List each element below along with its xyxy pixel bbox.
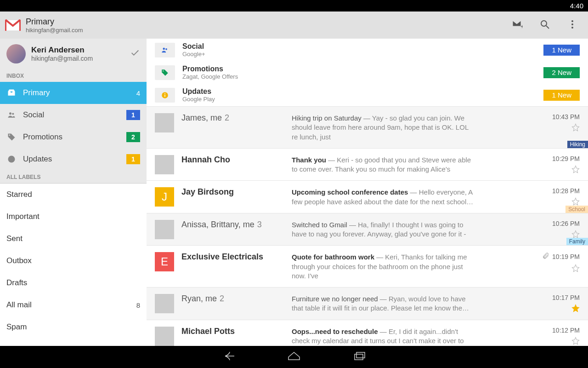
sender-avatar[interactable] — [155, 220, 174, 239]
star-icon[interactable] — [571, 230, 580, 238]
category-promotions[interactable]: PromotionsZagat, Google Offers 2 New — [147, 61, 588, 84]
message-snippet: Oops...need to reschedule — Er, I did it… — [292, 327, 475, 346]
message-time: 10:28 PM — [552, 187, 580, 195]
message-row[interactable]: EExclusive ElectricalsQuote for bathroom… — [147, 245, 588, 287]
label-important[interactable]: Important — [0, 206, 147, 228]
star-icon[interactable] — [571, 197, 580, 206]
sender-avatar[interactable] — [155, 113, 174, 132]
message-time: 10:26 PM — [552, 220, 580, 227]
message-snippet: Hiking trip on Saturday — Yay - so glad … — [292, 114, 475, 142]
label-drafts[interactable]: Drafts — [0, 272, 147, 294]
nav-promotions[interactable]: Promotions 2 — [0, 126, 147, 148]
message-time: 10:43 PM — [552, 113, 580, 121]
label-outbox[interactable]: Outbox — [0, 250, 147, 272]
people-icon — [6, 110, 17, 120]
account-email: hikingfan@gmail.com — [31, 55, 124, 62]
svg-rect-15 — [164, 94, 165, 97]
message-time: 10:17 PM — [552, 294, 580, 301]
gmail-logo-icon[interactable] — [4, 16, 22, 34]
star-icon[interactable] — [571, 264, 580, 272]
message-from: Jay Birdsong — [181, 187, 292, 197]
message-snippet: Quote for bathroom work — Keri, Thanks f… — [292, 253, 475, 281]
message-from: Ryan, me2 — [181, 294, 292, 304]
all-labels-header: ALL LABELS — [0, 170, 147, 183]
tag-icon — [6, 132, 17, 142]
message-from: James, me2 — [181, 113, 292, 123]
message-pane: SocialGoogle+ 1 New PromotionsZagat, Goo… — [147, 39, 588, 346]
message-snippet: Furniture we no longer need — Ryan, woul… — [292, 294, 475, 313]
svg-point-8 — [12, 113, 14, 115]
category-social[interactable]: SocialGoogle+ 1 New — [147, 39, 588, 61]
message-snippet: Upcoming school conference dates — Hello… — [292, 188, 475, 207]
sidebar: Keri Andersen hikingfan@gmail.com INBOX … — [0, 39, 147, 346]
account-name: Keri Andersen — [31, 46, 124, 55]
star-icon[interactable] — [571, 123, 580, 132]
inbox-section-header: INBOX — [0, 69, 147, 82]
message-from: Hannah Cho — [181, 155, 292, 165]
action-bar-subtitle: hikingfan@gmail.com — [26, 27, 512, 34]
nav-primary[interactable]: Primary 4 — [0, 82, 147, 104]
category-updates[interactable]: UpdatesGoogle Play 1 New — [147, 84, 588, 106]
message-from: Exclusive Electricals — [181, 252, 292, 262]
message-row[interactable]: JJay BirdsongUpcoming school conference … — [147, 180, 588, 213]
sender-avatar[interactable] — [155, 294, 174, 313]
sender-avatar[interactable] — [155, 155, 174, 174]
sender-avatar[interactable]: J — [155, 187, 174, 207]
new-badge: 2 New — [543, 67, 580, 78]
svg-rect-17 — [355, 354, 363, 360]
message-time: 10:19 PM — [552, 253, 580, 260]
svg-point-5 — [571, 23, 573, 25]
sender-avatar[interactable]: E — [155, 252, 174, 271]
star-icon[interactable] — [571, 304, 580, 312]
new-badge: 1 New — [543, 45, 580, 56]
message-row[interactable]: James, me2Hiking trip on Saturday — Yay … — [147, 106, 588, 148]
message-snippet: Thank you — Keri - so good that you and … — [292, 155, 475, 174]
svg-point-4 — [571, 20, 573, 22]
message-row[interactable]: Ryan, me2Furniture we no longer need — R… — [147, 287, 588, 320]
message-time: 10:29 PM — [552, 155, 580, 162]
svg-point-6 — [571, 27, 573, 29]
message-label-tag: Family — [566, 238, 588, 245]
info-icon — [155, 88, 175, 103]
message-snippet: Switched to Gmail — Ha, finally! I thoug… — [292, 220, 475, 239]
android-nav-bar — [0, 346, 588, 368]
star-icon[interactable] — [571, 165, 580, 173]
recents-button[interactable] — [352, 351, 367, 363]
search-icon[interactable] — [539, 19, 550, 32]
svg-rect-18 — [356, 352, 365, 358]
message-label-tag: School — [565, 206, 588, 213]
nav-updates[interactable]: Updates 1 — [0, 148, 147, 170]
status-time: 4:40 — [570, 2, 583, 10]
svg-line-3 — [546, 26, 549, 29]
back-button[interactable] — [221, 351, 236, 363]
svg-point-13 — [163, 70, 164, 71]
compose-icon[interactable]: + — [512, 19, 523, 32]
label-starred[interactable]: Starred — [0, 184, 147, 206]
svg-point-2 — [541, 21, 547, 26]
label-spam[interactable]: Spam — [0, 316, 147, 338]
nav-social[interactable]: Social 1 — [0, 104, 147, 126]
message-label-tag: Hiking — [567, 141, 588, 148]
attachment-icon — [542, 252, 549, 261]
people-icon — [155, 43, 175, 58]
info-icon — [6, 155, 17, 164]
message-row[interactable]: Anissa, Brittany, me3Switched to Gmail —… — [147, 213, 588, 246]
star-icon[interactable] — [571, 337, 580, 345]
svg-point-9 — [9, 135, 11, 136]
svg-point-10 — [8, 156, 15, 163]
message-from: Anissa, Brittany, me3 — [181, 220, 292, 230]
svg-point-12 — [165, 48, 167, 50]
new-badge: 1 New — [543, 90, 580, 101]
inbox-icon — [6, 88, 17, 98]
account-switcher[interactable]: Keri Andersen hikingfan@gmail.com — [0, 39, 147, 69]
sender-avatar[interactable] — [155, 327, 174, 346]
account-avatar — [6, 44, 26, 63]
home-button[interactable] — [287, 351, 301, 363]
tag-icon — [155, 65, 175, 80]
message-row[interactable]: Hannah ChoThank you — Keri - so good tha… — [147, 148, 588, 181]
overflow-menu-icon[interactable] — [567, 19, 578, 32]
label-allmail[interactable]: All mail8 — [0, 294, 147, 316]
label-sent[interactable]: Sent — [0, 228, 147, 250]
app-action-bar: Primary hikingfan@gmail.com + — [0, 12, 588, 39]
message-row[interactable]: Michael PottsOops...need to reschedule —… — [147, 320, 588, 346]
